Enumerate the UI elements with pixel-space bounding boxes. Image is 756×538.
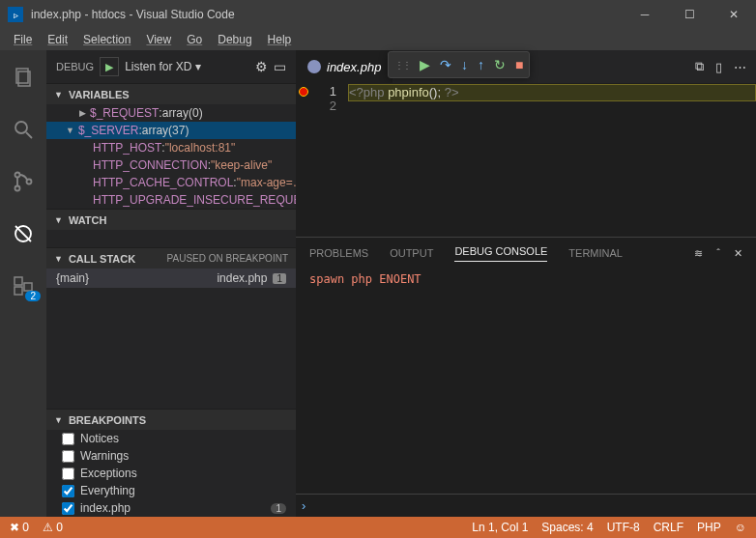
variable-row[interactable]: ▼$_SERVER: array(37) [46,122,296,139]
line-numbers: 1 2 [311,83,348,237]
restart-button[interactable]: ↻ [494,57,506,72]
status-feedback-icon[interactable]: ☺ [735,521,746,534]
status-spaces[interactable]: Spaces: 4 [541,521,593,534]
close-button[interactable]: ✕ [712,0,756,29]
tab-terminal[interactable]: TERMINAL [568,247,623,259]
breakpoint-notices[interactable]: Notices [46,430,296,447]
tab-bar: index.php ⋮⋮ ▶ ↷ ↓ ↑ ↻ ■ ⧉ ▯ ⋯ [296,50,756,83]
maximize-button[interactable]: ☐ [667,0,712,29]
status-warnings[interactable]: ⚠ 0 [43,521,63,534]
breakpoint-gutter[interactable] [296,83,311,237]
more-icon[interactable]: ⋯ [734,60,746,74]
debug-settings-icon[interactable]: ⚙ [255,59,268,74]
status-eol[interactable]: CRLF [654,521,683,534]
menu-help[interactable]: Help [260,31,300,48]
console-input[interactable]: › [296,494,756,517]
code-line[interactable] [348,101,756,119]
svg-rect-11 [24,283,32,291]
svg-rect-10 [15,287,22,295]
minimize-button[interactable]: ─ [623,0,667,29]
svg-point-5 [15,186,20,191]
menu-selection[interactable]: Selection [75,31,138,48]
debug-toolbar[interactable]: ⋮⋮ ▶ ↷ ↓ ↑ ↻ ■ [388,51,530,78]
debug-config-select[interactable]: Listen for XD ▾ [125,60,249,73]
tab-output[interactable]: OUTPUT [390,247,433,259]
variable-row[interactable]: ▶$_REQUEST: array(0) [46,104,296,122]
step-into-button[interactable]: ↓ [461,57,468,72]
menu-view[interactable]: View [138,31,179,48]
close-panel-icon[interactable]: ✕ [734,247,742,260]
breakpoint-warnings[interactable]: Warnings [46,447,296,465]
editor-area: index.php ⋮⋮ ▶ ↷ ↓ ↑ ↻ ■ ⧉ ▯ ⋯ 1 2 [296,50,756,517]
menu-file[interactable]: File [6,31,40,48]
breakpoint-file[interactable]: index.php1 [46,499,296,517]
collapse-panel-icon[interactable]: ˆ [716,247,720,260]
callstack-header[interactable]: ▼CALL STACKPAUSED ON BREAKPOINT [46,247,296,269]
clear-console-icon[interactable]: ≋ [694,247,703,260]
debug-label: DEBUG [56,61,94,72]
menubar: File Edit Selection View Go Debug Help [0,29,756,50]
breakpoint-checkbox[interactable] [62,502,74,515]
code-editor[interactable]: 1 2 <?php phpinfo(); ?> [296,83,756,237]
debug-sidebar: DEBUG ▶ Listen for XD ▾ ⚙ ▭ ▼VARIABLES ▶… [46,50,296,517]
php-icon [307,60,321,73]
status-language[interactable]: PHP [697,521,721,534]
scm-icon[interactable] [0,162,46,201]
bottom-panel: PROBLEMS OUTPUT DEBUG CONSOLE TERMINAL ≋… [296,237,756,517]
menu-go[interactable]: Go [179,31,210,48]
status-position[interactable]: Ln 1, Col 1 [472,521,528,534]
activity-bar: 2 [0,50,46,517]
breakpoint-checkbox[interactable] [62,467,74,480]
tab-problems[interactable]: PROBLEMS [309,247,368,259]
search-icon[interactable] [0,110,46,149]
variable-row[interactable]: HTTP_HOST: "localhost:81" [46,139,296,156]
window-title: index.php - htdocs - Visual Studio Code [31,8,623,21]
svg-line-3 [26,132,32,138]
console-output: spawn php ENOENT [296,269,756,494]
svg-point-4 [15,173,20,178]
menu-edit[interactable]: Edit [40,31,75,48]
stack-frame[interactable]: {main} index.php 1 [46,269,296,288]
extensions-icon[interactable]: 2 [0,267,46,305]
breakpoint-checkbox[interactable] [62,485,74,497]
variable-row[interactable]: HTTP_CACHE_CONTROL: "max-age=… [46,174,296,191]
drag-handle-icon[interactable]: ⋮⋮ [394,60,410,71]
continue-button[interactable]: ▶ [420,57,430,72]
breakpoint-checkbox[interactable] [62,433,74,445]
stop-button[interactable]: ■ [515,57,523,72]
status-encoding[interactable]: UTF-8 [607,521,640,534]
variables-header[interactable]: ▼VARIABLES [46,83,296,104]
breakpoint-exceptions[interactable]: Exceptions [46,465,296,482]
breakpoint-marker[interactable] [299,87,308,97]
start-debug-button[interactable]: ▶ [100,57,119,76]
tab-index-php[interactable]: index.php [296,50,393,83]
layout-icon[interactable]: ▯ [715,60,722,74]
tab-debug-console[interactable]: DEBUG CONSOLE [454,245,547,262]
svg-point-6 [27,180,32,184]
svg-point-2 [15,122,27,133]
status-errors[interactable]: ✖ 0 [10,521,29,534]
variable-row[interactable]: HTTP_CONNECTION: "keep-alive" [46,156,296,174]
breakpoint-checkbox[interactable] [62,450,74,463]
split-editor-icon[interactable]: ⧉ [695,59,704,74]
watch-header[interactable]: ▼WATCH [46,209,296,230]
extensions-badge: 2 [25,291,41,301]
breakpoints-header[interactable]: ▼BREAKPOINTS [46,409,296,430]
vscode-icon: ▹ [8,7,23,22]
breakpoint-everything[interactable]: Everything [46,482,296,499]
code-line[interactable]: <?php phpinfo(); ?> [348,84,756,101]
step-out-button[interactable]: ↑ [478,57,484,72]
debug-console-icon[interactable]: ▭ [274,59,286,74]
titlebar: ▹ index.php - htdocs - Visual Studio Cod… [0,0,756,29]
step-over-button[interactable]: ↷ [440,57,451,72]
debug-icon[interactable] [0,214,46,253]
status-bar: ✖ 0 ⚠ 0 Ln 1, Col 1 Spaces: 4 UTF-8 CRLF… [0,517,756,538]
variable-row[interactable]: HTTP_UPGRADE_INSECURE_REQUEST… [46,191,296,209]
svg-rect-9 [15,277,22,285]
menu-debug[interactable]: Debug [210,31,259,48]
explorer-icon[interactable] [0,58,46,97]
